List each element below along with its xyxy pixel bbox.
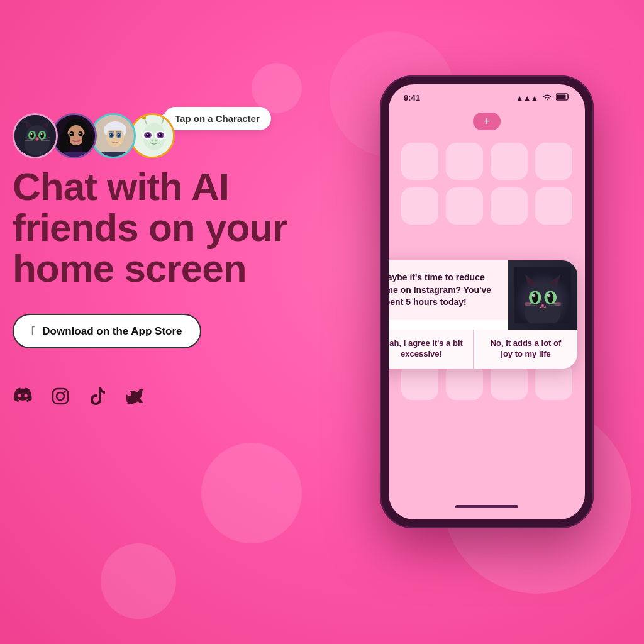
status-bar: 9:41 ▲▲▲ — [389, 84, 585, 108]
status-time: 9:41 — [404, 93, 420, 103]
svg-point-11 — [31, 133, 33, 135]
avatar-cat[interactable] — [13, 113, 58, 158]
left-section: Tap on a Character Chat with AI friends … — [13, 113, 314, 406]
app-store-label: Download on the App Store — [42, 325, 182, 338]
phone-mockup: 9:41 ▲▲▲ + — [380, 75, 594, 528]
response-options: Yeah, I agree it's a bit excessive! No, … — [389, 330, 577, 369]
home-indicator — [455, 505, 518, 508]
avatar-man[interactable] — [91, 113, 136, 158]
svg-point-78 — [525, 302, 531, 306]
svg-rect-54 — [53, 389, 68, 404]
app-icon[interactable] — [446, 143, 483, 180]
svg-point-33 — [110, 133, 113, 137]
svg-point-56 — [64, 391, 66, 393]
chat-card: Maybe it's time to reduce time on Instag… — [389, 260, 577, 369]
svg-point-12 — [41, 133, 43, 135]
svg-point-25 — [70, 133, 72, 134]
speech-bubble: Tap on a Character — [164, 107, 271, 130]
svg-point-26 — [79, 133, 80, 134]
add-button-label: + — [484, 115, 491, 128]
app-store-button[interactable]:  Download on the App Store — [13, 314, 201, 348]
app-icon[interactable] — [491, 363, 528, 400]
app-icon[interactable] — [491, 143, 528, 180]
svg-point-71 — [532, 294, 535, 297]
svg-point-70 — [547, 292, 553, 303]
svg-point-49 — [155, 140, 157, 142]
svg-point-9 — [30, 132, 34, 138]
headline-line2: friends on your — [13, 206, 287, 249]
app-icon[interactable] — [535, 363, 572, 400]
app-icon[interactable] — [535, 187, 572, 225]
svg-point-48 — [152, 140, 153, 142]
svg-point-23 — [70, 131, 74, 136]
svg-point-69 — [532, 292, 538, 303]
svg-point-36 — [118, 134, 119, 135]
app-icon[interactable] — [401, 187, 438, 225]
svg-point-34 — [118, 133, 120, 137]
chat-message: Maybe it's time to reduce time on Instag… — [389, 272, 498, 309]
social-icons-row — [13, 386, 314, 406]
signal-icon: ▲▲▲ — [516, 94, 538, 103]
app-icon[interactable] — [535, 143, 572, 180]
headline-line3: home screen — [13, 247, 247, 290]
svg-rect-22 — [82, 133, 92, 158]
svg-rect-27 — [64, 152, 89, 158]
svg-point-10 — [40, 132, 44, 138]
apple-icon:  — [31, 324, 36, 338]
svg-point-47 — [159, 134, 160, 135]
tiktok-icon[interactable] — [88, 386, 108, 406]
battery-icon — [556, 93, 570, 103]
cat-preview — [508, 260, 577, 330]
discord-icon[interactable] — [13, 386, 33, 406]
instagram-icon[interactable] — [50, 386, 70, 406]
svg-point-35 — [110, 134, 111, 135]
app-grid-row1 — [389, 143, 585, 180]
add-button[interactable]: + — [473, 113, 501, 130]
app-icon[interactable] — [401, 143, 438, 180]
svg-point-51 — [142, 116, 146, 119]
svg-rect-37 — [101, 152, 129, 158]
avatar-woman[interactable] — [52, 113, 97, 158]
svg-point-24 — [79, 131, 83, 136]
speech-bubble-text: Tap on a Character — [175, 113, 260, 124]
svg-rect-58 — [557, 95, 566, 99]
app-icon[interactable] — [401, 363, 438, 400]
svg-point-46 — [147, 134, 148, 135]
svg-point-73 — [541, 304, 544, 307]
app-icon[interactable] — [446, 187, 483, 225]
avatars-row: Tap on a Character — [13, 113, 314, 158]
phone-container: 9:41 ▲▲▲ + — [367, 75, 606, 553]
phone-screen: 9:41 ▲▲▲ + — [389, 84, 585, 519]
chat-text-box: Maybe it's time to reduce time on Instag… — [389, 260, 508, 320]
svg-point-55 — [57, 392, 64, 400]
svg-point-13 — [36, 138, 39, 141]
svg-point-79 — [554, 302, 561, 306]
response-btn-1[interactable]: Yeah, I agree it's a bit excessive! — [389, 330, 473, 369]
twitter-icon[interactable] — [126, 386, 146, 406]
svg-point-44 — [146, 133, 150, 137]
app-icon[interactable] — [446, 363, 483, 400]
app-icon[interactable] — [491, 187, 528, 225]
app-grid-row2 — [389, 187, 585, 225]
app-grid-row3 — [389, 363, 585, 400]
svg-point-45 — [158, 133, 162, 137]
headline-line1: Chat with AI — [13, 165, 229, 208]
svg-point-72 — [547, 294, 550, 297]
status-right-icons: ▲▲▲ — [516, 93, 570, 103]
headline: Chat with AI friends on your home screen — [13, 166, 314, 289]
wifi-icon — [542, 93, 552, 103]
response-btn-2[interactable]: No, it adds a lot of joy to my life — [474, 330, 577, 369]
avatar-alien[interactable] — [130, 113, 175, 158]
